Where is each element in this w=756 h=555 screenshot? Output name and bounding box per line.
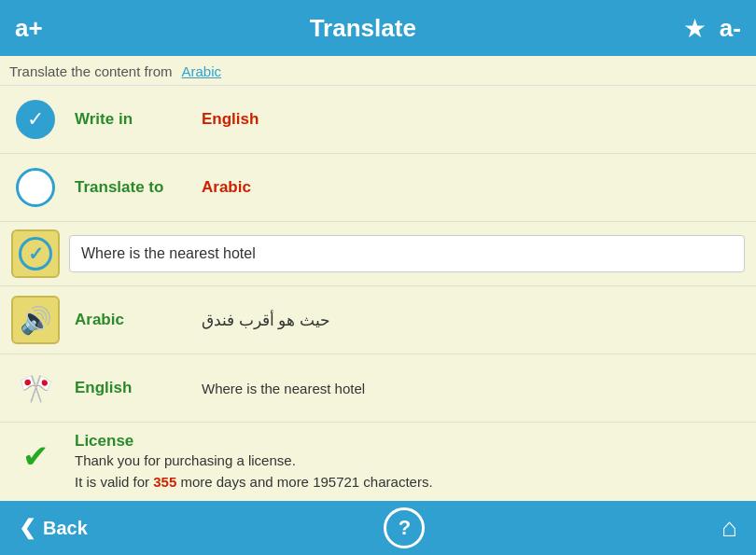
license-check-icon: ✔ [11,432,60,480]
check-mark: ✓ [28,243,44,265]
arabic-link[interactable]: Arabic [182,63,222,79]
english-label: English [75,379,187,397]
check-circle-filled[interactable]: ✓ [16,100,55,139]
translate-to-row: Translate to Arabic [0,154,756,222]
favorite-icon[interactable]: ★ [683,13,707,44]
translate-to-icon [11,163,60,212]
flags-icon: 🎌 [11,364,60,412]
write-in-value[interactable]: English [202,110,259,129]
check-circle-empty[interactable] [16,168,55,207]
english-result-row: 🎌 English Where is the nearest hotel [0,354,756,423]
font-increase-button[interactable]: a+ [15,16,43,40]
english-translation: Where is the nearest hotel [202,381,365,396]
license-line1: Thank you for purchasing a license. [75,452,296,468]
license-line2-suffix: more days and more 195721 characters. [176,474,432,490]
license-row: ✔ License Thank you for purchasing a lic… [0,423,756,503]
top-description-row: Translate the content from Arabic [0,56,756,86]
page-title: Translate [310,14,416,43]
write-in-label: Write in [75,110,187,129]
app-footer: ❮ Back ? ⌂ [0,501,756,555]
write-in-row: ✓ Write in English [0,86,756,154]
back-arrow-icon: ❮ [19,516,35,540]
font-decrease-button[interactable]: a- [720,16,741,40]
input-row: ✓ [0,222,756,286]
arabic-label: Arabic [75,311,187,329]
license-line2-prefix: It is valid for [75,474,153,490]
back-label: Back [43,518,88,539]
square-check-inner: ✓ [19,237,52,271]
back-button[interactable]: ❮ Back [19,516,88,540]
translate-to-value[interactable]: Arabic [202,178,251,197]
license-text: Thank you for purchasing a license. It i… [75,451,433,493]
translation-input[interactable] [69,235,745,272]
help-button[interactable]: ? [384,507,425,548]
translate-to-label: Translate to [75,178,187,197]
app-header: a+ Translate ★ a- [0,0,756,56]
square-check-icon[interactable]: ✓ [11,229,60,278]
top-description-text: Translate the content from [9,63,173,79]
arabic-result-row: 🔊 Arabic حيث هو أقرب فندق [0,286,756,354]
license-days: 355 [153,474,176,490]
write-in-icon: ✓ [11,95,60,144]
help-label: ? [399,516,411,540]
license-label: License [75,432,133,450]
speaker-icon[interactable]: 🔊 [11,296,60,344]
license-content: License Thank you for purchasing a licen… [75,432,433,493]
arabic-translation: حيث هو أقرب فندق [202,311,330,330]
home-icon: ⌂ [721,513,737,542]
home-button[interactable]: ⌂ [721,513,737,543]
header-right: ★ a- [683,13,741,44]
